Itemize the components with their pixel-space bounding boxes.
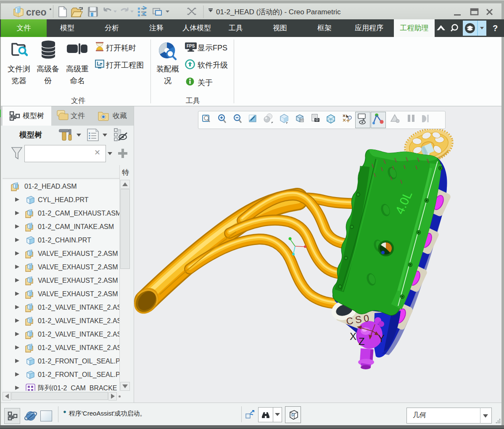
svg-text:?: ? bbox=[493, 24, 498, 33]
svg-text:X: X bbox=[350, 331, 356, 342]
svg-text:FPS: FPS bbox=[187, 44, 195, 48]
svg-text:Z: Z bbox=[359, 336, 365, 347]
svg-text:Y: Y bbox=[378, 333, 385, 344]
svg-text:creo: creo bbox=[26, 7, 47, 18]
